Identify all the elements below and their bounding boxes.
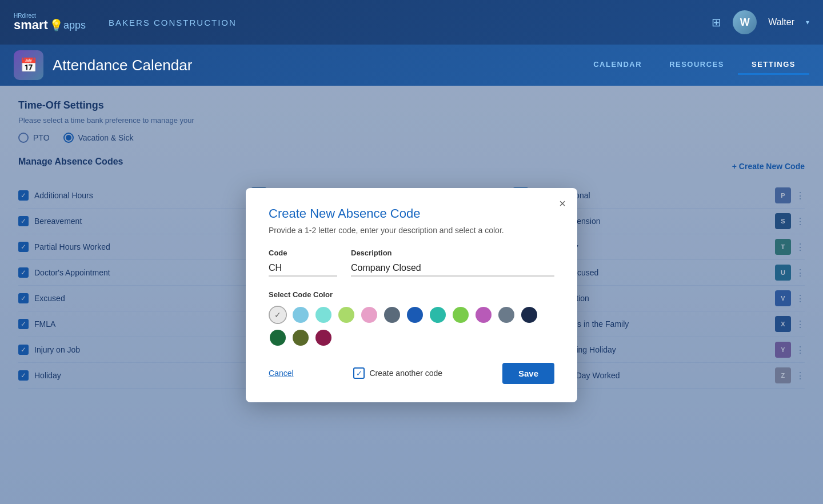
grid-icon[interactable]: ⊞ [712,15,721,29]
apps-label: apps [63,20,86,30]
color-swatches: ✓ [269,306,554,347]
description-input[interactable] [351,261,554,277]
modal-title: Create New Absence Code [269,206,554,221]
code-field-group: Code [269,249,337,277]
color-swatch-teal[interactable] [429,306,447,324]
color-swatch-slate[interactable] [497,306,516,324]
color-swatch-teal-light[interactable] [314,306,333,324]
color-section-label: Select Code Color [269,290,554,299]
color-swatch-maroon[interactable] [314,329,333,347]
create-another-label: Create another code [369,369,442,378]
create-absence-code-modal: × Create New Absence Code Provide a 1-2 … [246,188,577,402]
tab-resources[interactable]: RESOURCES [656,55,738,75]
header-right: ⊞ W Walter ▾ [712,10,809,34]
user-name[interactable]: Walter [768,17,794,27]
calendar-icon: 📅 [20,57,37,73]
logo-bottom: smart 💡 apps [14,19,86,31]
color-swatch-pink[interactable] [360,306,378,324]
create-another-checkbox[interactable]: ✓ [353,367,365,379]
modal-subtitle: Provide a 1-2 letter code, enter your de… [269,226,554,235]
description-field-group: Description [351,249,554,277]
smart-label: smart [14,19,48,31]
color-swatch-dark-green[interactable] [269,329,287,347]
cancel-button[interactable]: Cancel [269,369,294,378]
color-swatch-dark-blue[interactable] [406,306,424,324]
color-swatch-light-green[interactable] [337,306,355,324]
avatar: W [733,10,757,34]
logo-area: HRdirect smart 💡 apps [14,13,86,31]
color-swatch-purple[interactable] [474,306,493,324]
logo: HRdirect smart 💡 apps [14,13,86,31]
tab-settings[interactable]: SETTINGS [738,55,809,75]
tab-calendar[interactable]: CALENDAR [580,55,656,75]
app-bar: 📅 Attendance Calendar CALENDAR RESOURCES… [0,45,823,86]
color-swatch-navy[interactable] [520,306,538,324]
main-content: Time-Off Settings Please select a time b… [0,86,823,504]
modal-overlay: × Create New Absence Code Provide a 1-2 … [0,86,823,504]
modal-close-button[interactable]: × [559,197,566,210]
company-name: BAKERS CONSTRUCTION [109,18,237,27]
save-button[interactable]: Save [502,363,554,384]
color-swatch-green[interactable] [452,306,470,324]
color-swatch-lightblue[interactable] [291,306,310,324]
description-field-label: Description [351,249,554,257]
user-dropdown-icon[interactable]: ▾ [806,18,809,26]
code-field-label: Code [269,249,337,257]
modal-footer: Cancel ✓ Create another code Save [269,363,554,384]
create-another-option[interactable]: ✓ Create another code [353,367,442,379]
modal-fields: Code Description [269,249,554,277]
bulb-icon: 💡 [49,19,63,31]
nav-tabs: CALENDAR RESOURCES SETTINGS [580,55,809,75]
app-title: Attendance Calendar [53,57,192,74]
app-icon: 📅 [14,50,43,80]
code-input[interactable] [269,261,337,277]
color-swatch-olive[interactable] [291,329,310,347]
color-swatch-white[interactable]: ✓ [269,306,287,324]
header: HRdirect smart 💡 apps BAKERS CONSTRUCTIO… [0,0,823,45]
color-swatch-dark-gray[interactable] [383,306,401,324]
